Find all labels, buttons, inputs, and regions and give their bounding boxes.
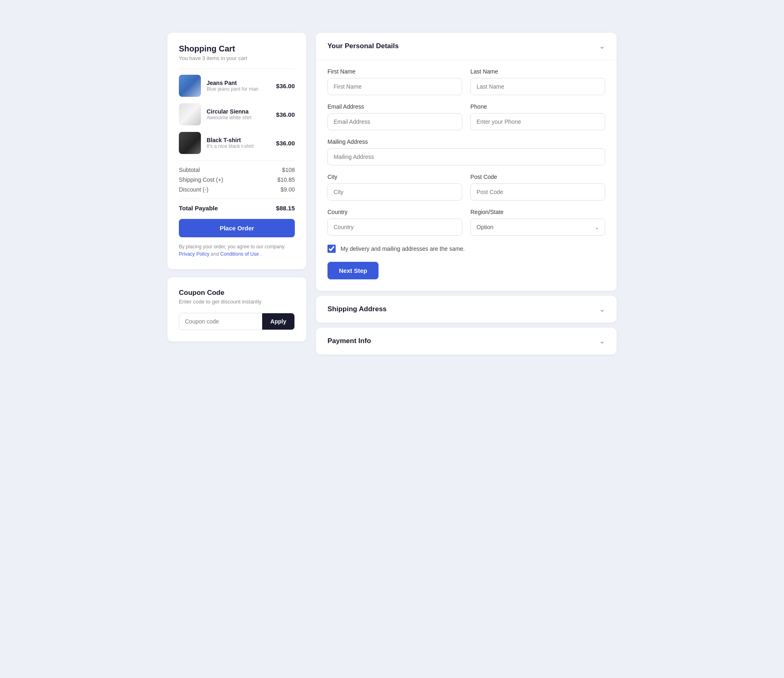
cart-item: Black T-shirt It's a nice black t-shirt …: [179, 132, 295, 154]
cart-item-image-jeans: [179, 75, 201, 97]
city-label: City: [327, 174, 462, 180]
phone-label: Phone: [470, 103, 605, 110]
city-group: City: [327, 174, 462, 201]
postcode-group: Post Code: [470, 174, 605, 201]
city-postcode-row: City Post Code: [327, 174, 605, 201]
cart-item-desc-jeans: Blue jeans pant for man: [207, 86, 270, 92]
city-input[interactable]: [327, 183, 462, 201]
cart-subtitle: You have 3 items in your cart: [179, 55, 295, 61]
personal-details-header[interactable]: Your Personal Details ⌄: [316, 33, 617, 60]
payment-info-title: Payment Info: [327, 337, 371, 345]
chevron-up-icon: ⌄: [599, 42, 605, 51]
policy-text: By placing your order, you agree to our …: [179, 243, 295, 258]
shipping-address-title: Shipping Address: [327, 305, 387, 313]
cart-item-price-shirt: $36.00: [276, 111, 295, 118]
mailing-group: Mailing Address: [327, 138, 605, 165]
personal-details-body: First Name Last Name Email Address: [316, 60, 617, 291]
subtotal-value: $108: [282, 167, 295, 173]
country-group: Country: [327, 209, 462, 236]
country-input[interactable]: [327, 219, 462, 236]
email-phone-row: Email Address Phone: [327, 103, 605, 130]
coupon-input[interactable]: [179, 313, 262, 330]
coupon-input-row: Apply: [179, 313, 295, 330]
conditions-link[interactable]: Conditions of Use: [220, 251, 259, 257]
shipping-row: Shipping Cost (+) $10.85: [179, 176, 295, 183]
discount-value: $9.00: [281, 186, 295, 193]
cart-item: Circular Sienna Awesome white shirt $36.…: [179, 103, 295, 125]
email-label: Email Address: [327, 103, 462, 110]
total-label: Total Payable: [179, 205, 218, 212]
right-column: Your Personal Details ⌄ First Name Last …: [316, 33, 617, 355]
privacy-policy-link[interactable]: Privacy Policy: [179, 251, 209, 257]
shipping-address-header[interactable]: Shipping Address ⌄: [316, 296, 617, 323]
name-row: First Name Last Name: [327, 68, 605, 95]
country-region-row: Country Region/State Option ⌄: [327, 209, 605, 236]
total-value: $88.15: [276, 205, 295, 212]
region-select-wrapper: Option ⌄: [470, 219, 605, 236]
cart-item-image-shirt: [179, 103, 201, 125]
cart-item-name-shirt: Circular Sienna: [207, 108, 270, 115]
chevron-down-icon-payment: ⌄: [599, 337, 605, 346]
subtotal-row: Subtotal $108: [179, 167, 295, 173]
shopping-cart-card: Shopping Cart You have 3 items in your c…: [167, 33, 306, 269]
discount-row: Discount (-) $9.00: [179, 186, 295, 193]
region-select[interactable]: Option: [470, 219, 605, 236]
region-label: Region/State: [470, 209, 605, 215]
payment-info-header[interactable]: Payment Info ⌄: [316, 328, 617, 355]
cart-title: Shopping Cart: [179, 44, 295, 54]
cart-item-price-jeans: $36.00: [276, 83, 295, 89]
mailing-row: Mailing Address: [327, 138, 605, 165]
coupon-card: Coupon Code Enter code to get discount i…: [167, 277, 306, 341]
cart-item-name-jeans: Jeans Pant: [207, 80, 270, 86]
phone-group: Phone: [470, 103, 605, 130]
email-input[interactable]: [327, 113, 462, 130]
coupon-title: Coupon Code: [179, 289, 295, 297]
shipping-value: $10.85: [277, 176, 295, 183]
mailing-label: Mailing Address: [327, 138, 605, 145]
country-label: Country: [327, 209, 462, 215]
left-column: Shopping Cart You have 3 items in your c…: [167, 33, 306, 341]
first-name-group: First Name: [327, 68, 462, 95]
shipping-address-card: Shipping Address ⌄: [316, 296, 617, 323]
personal-details-title: Your Personal Details: [327, 42, 399, 50]
phone-input[interactable]: [470, 113, 605, 130]
last-name-input[interactable]: [470, 78, 605, 95]
same-address-row: My delivery and mailing addresses are th…: [327, 245, 605, 253]
cart-item: Jeans Pant Blue jeans pant for man $36.0…: [179, 75, 295, 97]
cart-item-name-tshirt: Black T-shirt: [207, 137, 270, 143]
first-name-label: First Name: [327, 68, 462, 75]
cart-item-desc-shirt: Awesome white shirt: [207, 115, 270, 120]
chevron-down-icon-shipping: ⌄: [599, 305, 605, 314]
shipping-label: Shipping Cost (+): [179, 176, 223, 183]
same-address-label[interactable]: My delivery and mailing addresses are th…: [341, 245, 465, 252]
coupon-subtitle: Enter code to get discount instantly: [179, 299, 295, 305]
total-row: Total Payable $88.15: [179, 205, 295, 212]
cart-item-desc-tshirt: It's a nice black t-shirt: [207, 143, 270, 149]
postcode-label: Post Code: [470, 174, 605, 180]
email-group: Email Address: [327, 103, 462, 130]
last-name-group: Last Name: [470, 68, 605, 95]
cart-item-image-tshirt: [179, 132, 201, 154]
cart-item-price-tshirt: $36.00: [276, 140, 295, 147]
first-name-input[interactable]: [327, 78, 462, 95]
postcode-input[interactable]: [470, 183, 605, 201]
next-step-button[interactable]: Next Step: [327, 262, 379, 279]
mailing-input[interactable]: [327, 148, 605, 165]
coupon-apply-button[interactable]: Apply: [262, 313, 294, 330]
same-address-checkbox[interactable]: [327, 245, 336, 253]
discount-label: Discount (-): [179, 186, 208, 193]
last-name-label: Last Name: [470, 68, 605, 75]
personal-details-card: Your Personal Details ⌄ First Name Last …: [316, 33, 617, 291]
region-group: Region/State Option ⌄: [470, 209, 605, 236]
place-order-button[interactable]: Place Order: [179, 219, 295, 237]
payment-info-card: Payment Info ⌄: [316, 328, 617, 355]
subtotal-label: Subtotal: [179, 167, 200, 173]
